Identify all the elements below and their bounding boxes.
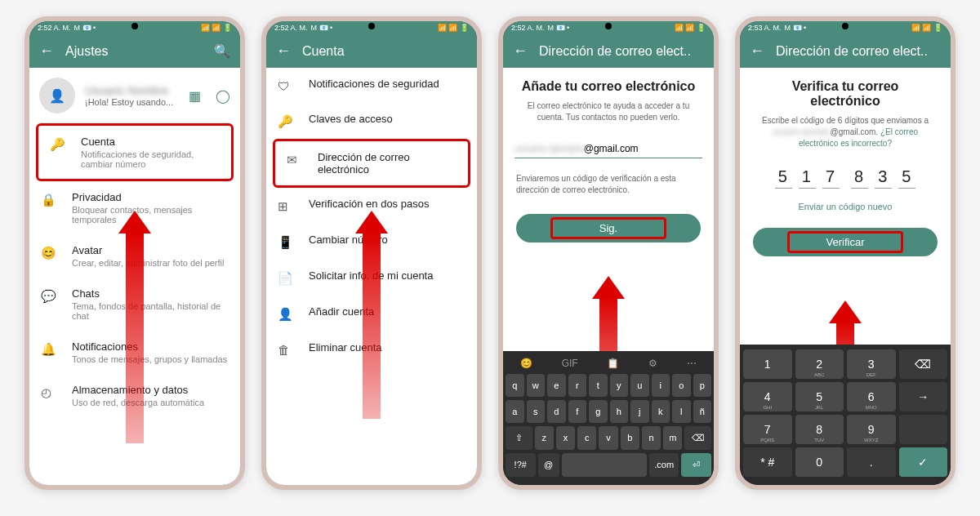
key-x[interactable]: x	[556, 426, 575, 450]
profile-info: Usuario Nombre ¡Hola! Estoy usando...	[85, 84, 174, 107]
keyboard-row-3: ⇧zxcvbnm⌫	[506, 426, 711, 450]
key-g[interactable]: g	[589, 400, 608, 423]
menu-title: Cuenta	[81, 136, 220, 148]
header-bar: ← Dirección de correo elect..	[503, 34, 714, 68]
back-arrow-icon[interactable]: ←	[276, 42, 291, 60]
key-n[interactable]: n	[642, 426, 661, 450]
back-arrow-icon[interactable]: ←	[39, 42, 54, 60]
key-w[interactable]: w	[527, 374, 546, 397]
key-5[interactable]: 5JKL	[795, 382, 844, 411]
settings-content: 👤 Usuario Nombre ¡Hola! Estoy usando... …	[29, 68, 240, 485]
phone-icon: 📱	[278, 235, 294, 250]
verify-note: Enviaremos un código de verificación a e…	[503, 167, 714, 202]
next-button[interactable]: Sig.	[516, 214, 701, 242]
keyboard-toolbar: 😊 GIF 📋 ⚙ ⋯	[506, 354, 711, 374]
key-symbols[interactable]: * #	[743, 447, 792, 477]
key-v[interactable]: v	[599, 426, 617, 450]
key-7[interactable]: 7PQRS	[743, 415, 792, 444]
menu-item-claves[interactable]: 🔑 Claves de acceso	[266, 103, 477, 139]
key-shift[interactable]: ⇧	[506, 426, 532, 450]
keyboard-row-2: asdfghjklñ	[506, 400, 711, 423]
grid-icon: ⊞	[278, 199, 294, 214]
highlight-arrow-stem	[126, 231, 144, 443]
key-next[interactable]: →	[899, 382, 948, 411]
key-f[interactable]: f	[568, 400, 587, 423]
key-i[interactable]: i	[652, 374, 670, 397]
verify-content: Verifica tu correo electrónico Escribe e…	[740, 68, 951, 345]
email-input[interactable]: usuario.ejemplo@gmail.com	[514, 140, 702, 158]
page-description: Escribe el código de 6 dígitos que envia…	[740, 112, 951, 158]
header-title: Ajustes	[65, 44, 203, 59]
avatar: 👤	[39, 78, 75, 113]
clipboard-icon[interactable]: 📋	[607, 358, 619, 369]
key-blank	[899, 415, 948, 444]
key-d[interactable]: d	[547, 400, 566, 423]
key-a[interactable]: a	[506, 400, 524, 423]
key-1[interactable]: 1	[743, 349, 792, 379]
status-icons-left: M 📧 •	[74, 24, 96, 32]
mail-icon: ✉	[287, 153, 303, 167]
bell-icon: 🔔	[41, 342, 57, 357]
back-arrow-icon[interactable]: ←	[750, 42, 764, 60]
phone-2-cuenta: 2:52 A. M. M 📧 • 📶 📶 🔋 ← Cuenta 🛡 Notifi…	[261, 16, 482, 490]
key-symbols[interactable]: !?#	[506, 453, 536, 477]
qr-icon[interactable]: ▦	[189, 88, 201, 104]
profile-name: Usuario Nombre	[85, 84, 174, 97]
code-input[interactable]: 5 1 7 8 3 5	[740, 158, 951, 197]
key-m[interactable]: m	[663, 426, 682, 450]
button-highlight	[550, 217, 666, 239]
key-h[interactable]: h	[610, 400, 629, 423]
key-0[interactable]: 0	[795, 447, 844, 477]
key-6[interactable]: 6MNO	[847, 382, 896, 411]
header-bar: ← Dirección de correo elect..	[740, 34, 951, 68]
lock-icon: 🔒	[41, 193, 57, 207]
key-9[interactable]: 9WXYZ	[847, 415, 896, 444]
menu-item-email[interactable]: ✉ Dirección de correo electrónico	[273, 139, 470, 188]
key-s[interactable]: s	[527, 400, 546, 423]
key-t[interactable]: t	[589, 374, 608, 397]
key-k[interactable]: k	[652, 400, 670, 423]
key-2[interactable]: 2ABC	[795, 349, 844, 379]
resend-code-link[interactable]: Enviar un código nuevo	[740, 197, 951, 216]
key-dot[interactable]: .	[847, 447, 896, 477]
chat-icon: 💬	[41, 289, 57, 304]
key-backspace[interactable]: ⌫	[899, 349, 948, 379]
highlight-arrow-icon	[355, 211, 388, 234]
emoji-icon[interactable]: 😊	[520, 358, 532, 369]
gif-icon[interactable]: GIF	[562, 358, 578, 369]
key-enye[interactable]: ñ	[693, 400, 712, 423]
highlight-arrow-icon	[829, 300, 862, 323]
key-enter[interactable]: ⏎	[681, 453, 711, 477]
key-o[interactable]: o	[672, 374, 691, 397]
key-y[interactable]: y	[610, 374, 629, 397]
key-z[interactable]: z	[535, 426, 554, 450]
more-icon[interactable]: ⋯	[687, 358, 697, 369]
key-l[interactable]: l	[672, 400, 691, 423]
key-j[interactable]: j	[630, 400, 649, 423]
profile-row[interactable]: 👤 Usuario Nombre ¡Hola! Estoy usando... …	[29, 68, 240, 123]
key-e[interactable]: e	[547, 374, 566, 397]
back-arrow-icon[interactable]: ←	[513, 42, 528, 60]
phone-3-add-email: 2:52 A. M. M 📧 • 📶 📶 🔋 ← Dirección de co…	[498, 16, 719, 490]
key-8[interactable]: 8TUV	[795, 415, 844, 444]
key-3[interactable]: 3DEF	[847, 349, 896, 379]
menu-item-cuenta[interactable]: 🔑 Cuenta Notificaciones de seguridad, ca…	[36, 123, 234, 181]
key-done[interactable]: ✓	[899, 447, 948, 477]
verify-button[interactable]: Verificar	[753, 228, 938, 256]
key-at[interactable]: @	[538, 453, 559, 477]
search-icon[interactable]: 🔍	[214, 43, 230, 59]
key-q[interactable]: q	[506, 374, 524, 397]
key-r[interactable]: r	[568, 374, 587, 397]
key-backspace[interactable]: ⌫	[684, 426, 711, 450]
menu-item-seguridad[interactable]: 🛡 Notificaciones de seguridad	[266, 68, 477, 103]
key-space[interactable]	[562, 453, 647, 477]
phone-4-verify-email: 2:53 A. M. M 📧 • 📶 📶 🔋 ← Dirección de co…	[735, 16, 956, 490]
status-circle-icon[interactable]: ◯	[216, 88, 230, 104]
key-p[interactable]: p	[693, 374, 712, 397]
key-b[interactable]: b	[621, 426, 639, 450]
key-dotcom[interactable]: .com	[649, 453, 679, 477]
key-4[interactable]: 4GHI	[743, 382, 792, 411]
key-c[interactable]: c	[577, 426, 596, 450]
key-u[interactable]: u	[630, 374, 649, 397]
settings-icon[interactable]: ⚙	[648, 358, 657, 369]
